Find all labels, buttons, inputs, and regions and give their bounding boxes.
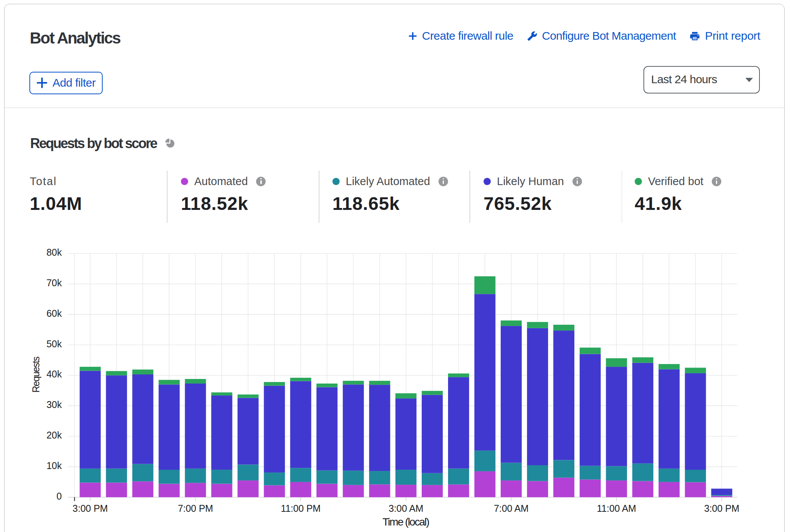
svg-text:40k: 40k [47, 369, 62, 379]
svg-text:3:00 AM: 3:00 AM [389, 503, 423, 514]
svg-text:Time (local): Time (local) [382, 516, 429, 528]
svg-text:Requests: Requests [31, 356, 41, 393]
svg-text:80k: 80k [47, 247, 62, 258]
svg-text:7:00 AM: 7:00 AM [494, 503, 529, 514]
svg-text:50k: 50k [47, 339, 62, 349]
svg-text:3:00 PM: 3:00 PM [73, 503, 108, 514]
svg-text:20k: 20k [47, 430, 62, 440]
svg-text:7:00 PM: 7:00 PM [178, 503, 213, 514]
svg-text:11:00 PM: 11:00 PM [281, 503, 321, 514]
svg-text:70k: 70k [47, 277, 62, 288]
svg-text:0: 0 [56, 491, 62, 501]
svg-text:30k: 30k [47, 399, 62, 410]
svg-text:3:00 PM: 3:00 PM [704, 503, 739, 514]
svg-text:60k: 60k [47, 308, 62, 319]
svg-text:11:00 AM: 11:00 AM [597, 503, 636, 514]
svg-text:10k: 10k [47, 460, 62, 471]
